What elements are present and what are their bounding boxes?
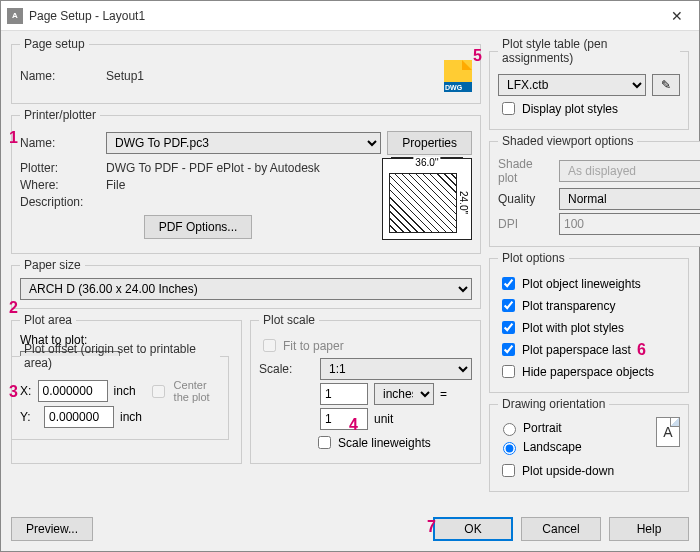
dwg-icon (444, 60, 472, 92)
page-setup-legend: Page setup (20, 37, 89, 51)
close-button[interactable]: ✕ (654, 1, 699, 31)
help-button[interactable]: Help (609, 517, 689, 541)
hide-paperspace-checkbox[interactable] (502, 365, 515, 378)
properties-button[interactable]: Properties (387, 131, 472, 155)
scale-label: Scale: (259, 362, 314, 376)
unit-label: unit (374, 412, 393, 426)
pdf-options-button[interactable]: PDF Options... (144, 215, 253, 239)
marker-5: 5 (473, 47, 482, 65)
quality-label: Quality (498, 192, 553, 206)
preview-button[interactable]: Preview... (11, 517, 93, 541)
printer-group: Printer/plotter Name: DWG To PDF.pc3 Pro… (11, 108, 481, 254)
titlebar: A Page Setup - Layout1 ✕ (1, 1, 699, 31)
equals-label: = (440, 387, 447, 401)
shade-plot-label: Shade plot (498, 157, 553, 185)
marker-2: 2 (9, 299, 18, 317)
style-table-select[interactable]: LFX.ctb (498, 74, 646, 96)
orientation-group: Drawing orientation Portrait Landscape A… (489, 397, 689, 492)
scale-denominator[interactable] (320, 408, 368, 430)
edit-style-icon[interactable]: ✎ (652, 74, 680, 96)
x-label: X: (20, 384, 32, 398)
y-label: Y: (20, 410, 38, 424)
marker-6: 6 (637, 341, 646, 359)
dpi-label: DPI (498, 217, 553, 231)
marker-7: 7 (427, 518, 436, 536)
opt4-label: Plot paperspace last (522, 343, 631, 357)
where-value: File (106, 178, 125, 192)
printer-name-label: Name: (20, 136, 100, 150)
y-unit: inch (120, 410, 142, 424)
scale-select[interactable]: 1:1 (320, 358, 472, 380)
plot-offset-group: Plot offset (origin set to printable are… (11, 342, 229, 440)
shaded-viewport-group: Shaded viewport options Shade plot As di… (489, 134, 700, 247)
plot-paperspace-last-checkbox[interactable] (502, 343, 515, 356)
landscape-label: Landscape (523, 440, 582, 454)
paper-size-select[interactable]: ARCH D (36.00 x 24.00 Inches) (20, 278, 472, 300)
opt3-label: Plot with plot styles (522, 321, 624, 335)
opt2-label: Plot transparency (522, 299, 615, 313)
dpi-input (559, 213, 700, 235)
printer-legend: Printer/plotter (20, 108, 100, 122)
offset-legend: Plot offset (origin set to printable are… (20, 342, 220, 370)
fit-to-paper-label: Fit to paper (283, 339, 344, 353)
landscape-radio[interactable] (503, 442, 516, 455)
display-plot-styles-label: Display plot styles (522, 102, 618, 116)
center-plot-checkbox (152, 385, 165, 398)
plot-styles-checkbox[interactable] (502, 321, 515, 334)
preview-width: 36.0'' (413, 157, 440, 168)
plot-area-legend: Plot area (20, 313, 76, 327)
style-table-group: Plot style table (pen assignments) LFX.c… (489, 37, 689, 130)
upside-down-label: Plot upside-down (522, 464, 614, 478)
options-legend: Plot options (498, 251, 569, 265)
style-table-legend: Plot style table (pen assignments) (498, 37, 680, 65)
marker-3: 3 (9, 383, 18, 401)
portrait-radio[interactable] (503, 423, 516, 436)
marker-4: 4 (349, 416, 358, 434)
plot-options-group: Plot options Plot object lineweights Plo… (489, 251, 689, 393)
desc-label: Description: (20, 195, 100, 209)
paper-legend: Paper size (20, 258, 85, 272)
scale-lineweights-label: Scale lineweights (338, 436, 431, 450)
portrait-label: Portrait (523, 421, 562, 435)
cancel-button[interactable]: Cancel (521, 517, 601, 541)
x-unit: inch (114, 384, 136, 398)
plot-transparency-checkbox[interactable] (502, 299, 515, 312)
orient-legend: Drawing orientation (498, 397, 609, 411)
orientation-icon: A (656, 417, 680, 447)
x-input[interactable] (38, 380, 108, 402)
center-plot-label: Center the plot (174, 379, 220, 403)
y-input[interactable] (44, 406, 114, 428)
plotter-value: DWG To PDF - PDF ePlot - by Autodesk (106, 161, 320, 175)
name-label: Name: (20, 69, 100, 83)
window-title: Page Setup - Layout1 (29, 9, 654, 23)
preview-height: 24.0'' (457, 175, 469, 231)
shaded-legend: Shaded viewport options (498, 134, 637, 148)
plot-lineweights-checkbox[interactable] (502, 277, 515, 290)
opt5-label: Hide paperspace objects (522, 365, 654, 379)
paper-preview: 36.0'' 24.0'' (382, 158, 472, 240)
opt1-label: Plot object lineweights (522, 277, 641, 291)
plotter-label: Plotter: (20, 161, 100, 175)
name-value: Setup1 (106, 69, 438, 83)
plot-scale-group: Plot scale Fit to paper Scale: 1:1 inche… (250, 313, 481, 464)
scale-unit-select[interactable]: inches (374, 383, 434, 405)
ok-button[interactable]: OK (433, 517, 513, 541)
shade-plot-select: As displayed (559, 160, 700, 182)
marker-1: 1 (9, 129, 18, 147)
quality-select[interactable]: Normal (559, 188, 700, 210)
printer-name-select[interactable]: DWG To PDF.pc3 (106, 132, 381, 154)
app-icon: A (7, 8, 23, 24)
fit-to-paper-checkbox (263, 339, 276, 352)
upside-down-checkbox[interactable] (502, 464, 515, 477)
paper-size-group: Paper size ARCH D (36.00 x 24.00 Inches) (11, 258, 481, 309)
display-plot-styles-checkbox[interactable] (502, 102, 515, 115)
plot-scale-legend: Plot scale (259, 313, 319, 327)
scale-lineweights-checkbox[interactable] (318, 436, 331, 449)
where-label: Where: (20, 178, 100, 192)
page-setup-dialog: A Page Setup - Layout1 ✕ 1 2 3 4 5 6 7 P… (0, 0, 700, 552)
page-setup-group: Page setup Name: Setup1 (11, 37, 481, 104)
scale-numerator[interactable] (320, 383, 368, 405)
